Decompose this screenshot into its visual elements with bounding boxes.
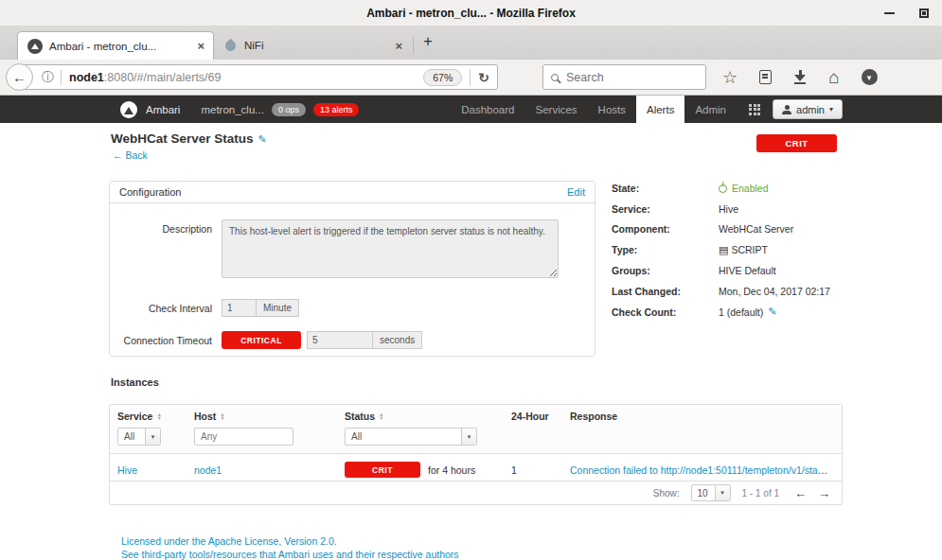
alerts-count-badge[interactable]: 13 alerts [313,103,360,116]
ambari-brand[interactable]: Ambari [146,104,180,115]
ops-count-badge[interactable]: 0 ops [272,103,306,116]
alert-status-button[interactable]: CRIT [756,134,837,152]
nav-item-alerts[interactable]: Alerts [636,96,684,123]
ambari-logo-icon[interactable] [120,101,137,118]
zoom-level-badge[interactable]: 67% [423,69,462,86]
detail-row-service: Service: Hive [612,203,848,215]
third-party-link[interactable]: See third-party tools/resources that Amb… [121,549,459,560]
check-interval-label: Check Interval [110,299,222,314]
detail-row-last-changed: Last Changed: Mon, Dec 04, 2017 02:17 [612,286,848,297]
status-filter-select[interactable]: All ▾ [345,428,477,446]
window-controls [884,0,929,26]
instances-heading: Instances [111,376,159,388]
tab-label: NiFi [244,40,389,51]
sort-icon[interactable]: ▲▼ [220,412,224,421]
response-link[interactable]: Connection failed to http://node1:50111/… [570,464,834,476]
pagination-range: 1 - 1 of 1 [742,488,779,499]
critical-threshold-button[interactable]: CRITICAL [222,331,301,349]
tab-nifi[interactable]: NiFi × [214,31,411,60]
new-tab-button[interactable]: + [419,32,442,55]
nav-item-services[interactable]: Services [524,96,587,123]
instances-table: Service ▲▼ Host ▲▼ Status ▲▼ 24-Hour Res… [109,404,843,487]
nav-item-dashboard[interactable]: Dashboard [451,96,524,123]
state-value[interactable]: Enabled [732,183,769,194]
configuration-panel: Configuration Edit Description This host… [109,181,595,357]
next-page-icon[interactable]: → [818,486,830,500]
maximize-icon[interactable] [919,9,929,18]
chevron-down-icon: ▾ [715,485,730,500]
ambari-favicon-icon [27,39,43,54]
search-input[interactable] [566,71,698,84]
views-grid-icon[interactable] [749,104,760,115]
home-icon[interactable]: ⌂ [828,68,839,86]
service-filter-select[interactable]: All ▾ [117,428,161,446]
back-arrow-icon: ← [113,149,123,161]
tab-separator [413,37,414,54]
alert-details-panel: State: Enabled Service: Hive Component: … [612,183,848,327]
table-pagination: Show: 10 ▾ 1 - 1 of 1 ← → [109,481,843,505]
cluster-name[interactable]: metron_clu... [201,104,263,115]
show-label: Show: [653,488,680,499]
description-label: Description [110,219,222,235]
nav-item-admin[interactable]: Admin [684,96,737,123]
host-link[interactable]: node1 [194,464,222,476]
tab-bar: Ambari - metron_clu... × NiFi × + [0,26,942,60]
url-bar[interactable]: ⓘ node1 :8080/#/main/alerts/69 67% ↻ [20,64,498,90]
column-header-status[interactable]: Status ▲▼ [345,411,511,422]
column-header-host[interactable]: Host ▲▼ [194,411,345,422]
check-interval-input[interactable] [222,299,257,317]
page-title: WebHCat Server Status✎ [111,131,267,146]
column-header-24hour: 24-Hour [511,411,570,422]
page-size-select[interactable]: 10 ▾ [691,484,731,501]
service-link[interactable]: Hive [117,464,137,476]
bookmark-star-icon[interactable]: ☆ [722,69,738,86]
status-badge: CRIT [345,462,420,478]
search-bar[interactable] [542,64,706,90]
chevron-down-icon: ▾ [145,429,160,445]
power-icon [719,184,727,193]
panel-title: Configuration [119,186,181,198]
description-textarea[interactable]: This host-level alert is triggered if th… [222,219,559,278]
close-tab-icon[interactable]: × [395,39,402,53]
navigation-toolbar: ← ⓘ node1 :8080/#/main/alerts/69 67% ↻ ☆… [0,60,942,96]
tab-ambari[interactable]: Ambari - metron_clu... × [17,31,214,60]
url-separator [61,70,62,85]
day-count: 1 [511,464,570,476]
bookmarks-menu-icon[interactable] [759,70,772,84]
close-tab-icon[interactable]: × [197,39,204,53]
column-header-service[interactable]: Service ▲▼ [117,411,194,422]
edit-title-pencil-icon[interactable]: ✎ [258,133,267,145]
back-button[interactable]: ← [6,63,33,91]
previous-page-icon[interactable]: ← [794,486,807,500]
license-link[interactable]: Licensed under the Apache License, Versi… [121,535,337,547]
page-content: WebHCat Server Status✎ ← Back CRIT Confi… [0,123,942,560]
downloads-icon[interactable] [793,70,807,84]
groups-value: HIVE Default [719,265,776,276]
back-link[interactable]: ← Back [113,149,148,161]
edit-check-count-pencil-icon[interactable]: ✎ [768,306,776,318]
reload-icon[interactable]: ↻ [478,70,489,85]
component-value: WebHCat Server [719,223,793,235]
sort-icon[interactable]: ▲▼ [379,412,383,421]
sort-icon[interactable]: ▲▼ [156,412,161,421]
detail-row-component: Component: WebHCat Server [612,223,848,235]
window-title: Ambari - metron_clu... - Mozilla Firefox [366,7,576,20]
column-header-response: Response [570,411,834,422]
edit-link[interactable]: Edit [567,186,585,198]
pocket-icon[interactable]: ▾ [862,69,878,85]
site-info-icon[interactable]: ⓘ [42,69,54,86]
connection-timeout-input[interactable] [307,331,373,349]
chevron-down-icon: ▾ [829,105,833,114]
status-duration: for 4 hours [428,464,475,476]
user-menu-button[interactable]: admin ▾ [773,99,843,119]
check-interval-unit: Minute [257,299,299,317]
url-path: :8080/#/main/alerts/69 [104,71,222,84]
last-changed-value: Mon, Dec 04, 2017 02:17 [719,286,830,297]
nav-item-hosts[interactable]: Hosts [588,96,636,123]
host-filter-input[interactable] [194,428,293,446]
search-icon [551,74,559,81]
script-file-icon: ▤ [719,244,728,256]
minimize-icon[interactable] [884,12,895,14]
detail-row-groups: Groups: HIVE Default [612,265,848,276]
nifi-favicon-icon [223,38,239,53]
